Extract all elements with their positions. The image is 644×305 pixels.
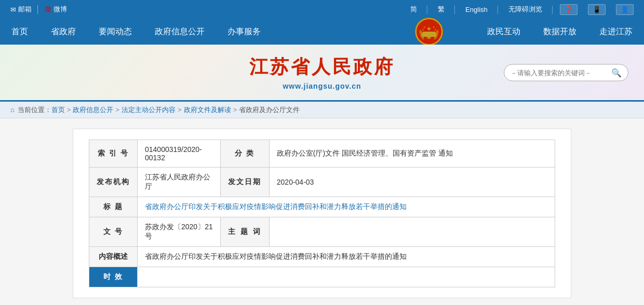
nav-logo-area: ★ ★ ★ ★ ★ [382, 19, 476, 45]
nav-item-about-jiangsu[interactable]: 走进江苏 [588, 19, 644, 45]
document-table: 索 引 号 014000319/2020-00132 分 类 政府办公室(厅)文… [89, 140, 555, 287]
doc-no-value: 苏政办发〔2020〕21号 [138, 217, 221, 247]
doc-no-label: 文 号 [89, 217, 138, 247]
search-input[interactable] [504, 65, 605, 79]
main-nav: 首页 省政府 要闻动态 政府信息公开 办事服务 ★ ★ ★ ★ ★ 政民互动 数… [0, 19, 644, 45]
svg-text:★: ★ [426, 25, 432, 32]
mail-label: 邮箱 [18, 5, 32, 14]
top-bar: ✉ 邮箱 │ 微 微博 简 │ 繁 │ English │ 无障碍浏览 │ ❓ … [0, 0, 644, 19]
breadcrumb-home[interactable]: 首页 [51, 105, 65, 115]
table-row-title: 标 题 省政府办公厅印发关于积极应对疫情影响促进消费回补和潜力释放若干举措的通知 [89, 197, 555, 217]
date-label: 发文日期 [221, 168, 270, 197]
site-url: www.jiangsu.gov.cn [249, 82, 395, 90]
nav-item-news[interactable]: 要闻动态 [87, 19, 143, 45]
top-bar-right: 简 │ 繁 │ English │ 无障碍浏览 │ ❓ 📱 👤 [407, 4, 634, 15]
table-row-summary: 内容概述 省政府办公厅印发关于积极应对疫情影响促进消费回补和潜力释放若干举措的通… [89, 247, 555, 267]
user-button[interactable]: 👤 [616, 4, 634, 15]
top-bar-left: ✉ 邮箱 │ 微 微博 [10, 5, 67, 14]
search-box[interactable]: 🔍 [504, 64, 628, 81]
title-value: 省政府办公厅印发关于积极应对疫情影响促进消费回补和潜力释放若干举措的通知 [138, 197, 555, 217]
accessibility-link[interactable]: 无障碍浏览 [505, 5, 545, 14]
mobile-button[interactable]: 📱 [588, 4, 606, 15]
table-row-publisher: 发布机构 江苏省人民政府办公厅 发文日期 2020-04-03 [89, 168, 555, 197]
category-label: 分 类 [221, 140, 270, 168]
nav-item-info-disclosure[interactable]: 政府信息公开 [143, 19, 216, 45]
breadcrumb-current: 省政府及办公厅文件 [239, 105, 300, 115]
breadcrumb-mandatory-disclosure[interactable]: 法定主动公开内容 [122, 105, 176, 115]
breadcrumb-info-disclosure[interactable]: 政府信息公开 [73, 105, 113, 115]
publisher-label: 发布机构 [89, 168, 138, 197]
keywords-label: 主 题 词 [221, 217, 270, 247]
mail-icon: ✉ [10, 6, 16, 13]
nav-item-province-govt[interactable]: 省政府 [39, 19, 87, 45]
index-no-label: 索 引 号 [89, 140, 138, 168]
summary-label: 内容概述 [89, 247, 138, 267]
help-button[interactable]: ❓ [560, 4, 578, 15]
table-row-validity: 时 效 [89, 267, 555, 287]
lang-simple[interactable]: 简 [407, 5, 420, 14]
breadcrumb-docs-interpretation[interactable]: 政府文件及解读 [184, 105, 231, 115]
validity-value [138, 267, 555, 287]
national-emblem: ★ ★ ★ ★ ★ [414, 17, 444, 46]
nav-right-items: 政民互动 数据开放 走进江苏 [476, 19, 644, 45]
lang-trad[interactable]: 繁 [435, 5, 448, 14]
nav-left-items: 首页 省政府 要闻动态 政府信息公开 办事服务 [0, 19, 382, 45]
site-title: 江苏省人民政府 [249, 54, 395, 80]
breadcrumb-bar: ⌂ 当前位置： 首页 > 政府信息公开 > 法定主动公开内容 > 政府文件及解读… [0, 102, 644, 118]
nav-item-interaction[interactable]: 政民互动 [476, 19, 532, 45]
table-row-index: 索 引 号 014000319/2020-00132 分 类 政府办公室(厅)文… [89, 140, 555, 168]
breadcrumb-label: 当前位置： [18, 105, 51, 115]
date-value: 2020-04-03 [269, 168, 555, 197]
nav-item-services[interactable]: 办事服务 [216, 19, 272, 45]
content-area: 索 引 号 014000319/2020-00132 分 类 政府办公室(厅)文… [0, 118, 644, 305]
index-no-value: 014000319/2020-00132 [138, 140, 221, 168]
nav-item-home[interactable]: 首页 [0, 19, 39, 45]
home-icon: ⌂ [10, 106, 15, 114]
nav-item-open-data[interactable]: 数据开放 [532, 19, 588, 45]
mail-link[interactable]: ✉ 邮箱 [10, 5, 32, 14]
validity-label: 时 效 [89, 267, 138, 287]
weibo-link[interactable]: 微 微博 [45, 5, 67, 14]
weibo-label: 微博 [53, 5, 67, 14]
header-banner: 江苏省人民政府 www.jiangsu.gov.cn 🔍 [0, 45, 644, 102]
table-row-docno: 文 号 苏政办发〔2020〕21号 主 题 词 [89, 217, 555, 247]
search-button[interactable]: 🔍 [605, 64, 628, 80]
lang-english[interactable]: English [462, 6, 491, 13]
keywords-value [269, 217, 555, 247]
publisher-value: 江苏省人民政府办公厅 [138, 168, 221, 197]
summary-value: 省政府办公厅印发关于积极应对疫情影响促进消费回补和潜力释放若干举措的通知 [138, 247, 555, 267]
svg-rect-3 [423, 32, 435, 34]
category-value: 政府办公室(厅)文件 国民经济管理、国有资产监管 通知 [269, 140, 555, 168]
banner-title-area: 江苏省人民政府 www.jiangsu.gov.cn [249, 54, 395, 90]
document-card: 索 引 号 014000319/2020-00132 分 类 政府办公室(厅)文… [73, 129, 571, 298]
svg-point-11 [427, 35, 431, 39]
title-label: 标 题 [89, 197, 138, 217]
weibo-icon: 微 [45, 5, 51, 14]
